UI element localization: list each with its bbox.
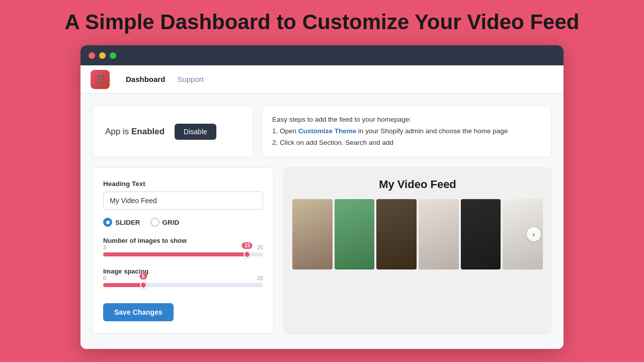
radio-slider[interactable]: SLIDER [103, 218, 140, 227]
preview-panel: My Video Feed › [284, 167, 551, 334]
page-title: A Simple Dashboard to Customize Your Vid… [65, 10, 580, 34]
status-card: App is Enabled Disable [93, 106, 254, 157]
instructions-card: Easy steps to add the feed to your homep… [262, 106, 551, 157]
settings-panel: Heading Text SLIDER GRID Number of image… [93, 167, 274, 334]
radio-slider-circle [103, 218, 112, 227]
slide-img-1 [292, 199, 333, 269]
images-count-badge: 23 [242, 242, 253, 249]
dot-green[interactable] [110, 52, 116, 59]
radio-grid-circle [150, 218, 159, 227]
slider-next-button[interactable]: › [527, 227, 541, 241]
spacing-fill [103, 283, 143, 287]
status-section: App is Enabled Disable Easy steps to add… [93, 106, 551, 157]
spacing-thumb[interactable] [140, 282, 147, 289]
disable-button[interactable]: Disable [175, 124, 216, 140]
slide-img-3 [376, 199, 417, 269]
radio-slider-label: SLIDER [115, 219, 140, 226]
heading-text-input[interactable] [103, 192, 263, 210]
instructions-intro: Easy steps to add the feed to your homep… [272, 114, 541, 126]
spacing-section: Image spacing 0 20 5 [103, 267, 263, 287]
images-count-range: 3 25 [103, 244, 263, 250]
instructions-step2: 2. Click on add Section. Search and add [272, 137, 541, 149]
images-count-track: 23 [103, 252, 263, 256]
browser-titlebar [80, 45, 564, 65]
browser-content: App is Enabled Disable Easy steps to add… [80, 94, 564, 349]
spacing-badge: 5 [139, 273, 147, 280]
images-count-section: Number of images to show 3 25 23 [103, 237, 263, 256]
spacing-label: Image spacing [103, 267, 263, 275]
preview-title: My Video Feed [292, 178, 543, 191]
spacing-track: 5 [103, 283, 263, 287]
dot-red[interactable] [89, 52, 95, 59]
nav-dashboard[interactable]: Dashboard [126, 73, 165, 85]
slide-img-2 [335, 199, 375, 269]
radio-grid[interactable]: GRID [150, 218, 180, 227]
image-slider: › [292, 199, 543, 269]
browser-window: 🎵 Dashboard Support App is Enabled Disab… [80, 45, 564, 349]
slide-img-4 [419, 199, 459, 269]
images-count-fill [103, 252, 247, 256]
nav-support[interactable]: Support [177, 73, 204, 85]
images-count-thumb[interactable] [244, 251, 251, 258]
app-logo: 🎵 [91, 70, 110, 89]
spacing-range: 0 20 [103, 275, 263, 281]
slide-img-5 [461, 199, 501, 269]
instructions-step1: 1. Open Customize Theme in your Shopify … [272, 126, 541, 137]
main-area: Heading Text SLIDER GRID Number of image… [93, 167, 551, 334]
save-changes-button[interactable]: Save Changes [103, 303, 174, 321]
images-count-label: Number of images to show [103, 237, 263, 244]
browser-nav: 🎵 Dashboard Support [80, 65, 564, 94]
status-enabled-word: Enabled [131, 127, 165, 136]
radio-grid-label: GRID [163, 219, 180, 226]
app-status-text: App is Enabled [105, 127, 165, 137]
dot-yellow[interactable] [99, 52, 106, 59]
layout-radio-group: SLIDER GRID [103, 218, 263, 227]
heading-text-label: Heading Text [103, 180, 263, 188]
